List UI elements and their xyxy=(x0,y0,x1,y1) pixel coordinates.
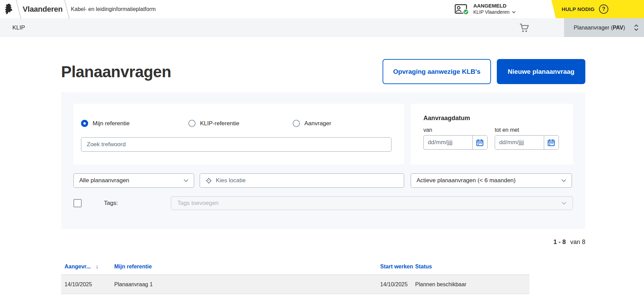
type-filter-value: Alle planaanvragen xyxy=(79,177,129,184)
main-header: Vlaanderen Kabel- en leidinginformatiepl… xyxy=(0,0,644,18)
site-link[interactable]: KLIP xyxy=(0,24,25,31)
date-to-field xyxy=(495,135,559,150)
question-mark-icon: ? xyxy=(599,4,608,14)
planaanvragen-table: Aangevr... ↓ Mijn referentie Start werke… xyxy=(61,259,529,294)
account-name: KLIP Vlaanderen xyxy=(473,9,510,15)
radio-mijn-referentie[interactable]: Mijn referentie xyxy=(81,120,188,127)
radio-label: Mijn referentie xyxy=(93,120,130,127)
vlaanderen-lion-logo[interactable] xyxy=(3,4,14,15)
column-header-aangevraagd[interactable]: Aangevr... ↓ xyxy=(65,263,114,270)
filter-cards: Mijn referentie KLIP-referentie Aanvrage… xyxy=(73,104,573,164)
sort-descending-icon: ↓ xyxy=(95,263,98,270)
period-filter-value: Actieve planaanvragen (< 6 maanden) xyxy=(417,177,516,184)
radio-icon xyxy=(188,120,196,127)
role-selector[interactable]: Planaanvrager (PAV) xyxy=(564,18,644,37)
radio-selected-icon xyxy=(81,120,88,127)
cell-status: Plannen beschikbaar xyxy=(415,281,529,288)
date-filter-card: Aanvraagdatum van xyxy=(411,104,573,164)
chevron-down-icon xyxy=(184,179,188,182)
date-filter-title: Aanvraagdatum xyxy=(423,115,560,122)
page-title: Planaanvragen xyxy=(61,62,171,81)
type-filter-select[interactable]: Alle planaanvragen xyxy=(73,173,194,188)
pagination: 1 - 8 van 8 xyxy=(61,239,585,246)
account-badge-icon xyxy=(455,3,469,15)
tags-label: Tags: xyxy=(82,200,171,207)
lion-icon xyxy=(3,4,13,15)
sub-header: KLIP Planaanvrager (PAV) xyxy=(0,18,644,37)
brand-name[interactable]: Vlaanderen xyxy=(23,5,63,14)
pagination-range: 1 - 8 xyxy=(553,239,566,245)
cell-start-werken: 14/10/2025 xyxy=(380,281,415,288)
brand-area: Vlaanderen Kabel- en leidinginformatiepl… xyxy=(0,0,156,18)
cart-icon[interactable] xyxy=(519,23,530,33)
query-klb-button[interactable]: Opvraging aanwezige KLB's xyxy=(383,59,491,84)
tags-input[interactable]: Tags toevoegen xyxy=(171,196,573,210)
column-header-status[interactable]: Status xyxy=(415,264,529,270)
diagonal-divider xyxy=(16,0,21,19)
location-placeholder: Kies locatie xyxy=(216,177,246,184)
column-header-mijn-referentie[interactable]: Mijn referentie xyxy=(114,264,380,270)
page-header: Planaanvragen Opvraging aanwezige KLB's … xyxy=(61,59,585,84)
date-from-input[interactable] xyxy=(424,136,472,149)
tags-filter-row: Tags: Tags toevoegen xyxy=(73,196,573,210)
chevron-down-icon xyxy=(512,11,516,13)
diagonal-divider xyxy=(64,0,70,19)
filter-panel: Mijn referentie KLIP-referentie Aanvrage… xyxy=(61,92,585,229)
account-menu[interactable]: AANGEMELD KLIP Vlaanderen xyxy=(455,3,516,15)
radio-aanvrager[interactable]: Aanvrager xyxy=(293,120,331,127)
pagination-total: van 8 xyxy=(570,239,585,245)
search-card: Mijn referentie KLIP-referentie Aanvrage… xyxy=(73,104,404,164)
date-from-field xyxy=(423,135,488,150)
radio-label: KLIP-referentie xyxy=(200,120,239,127)
account-text: AANGEMELD KLIP Vlaanderen xyxy=(473,3,516,15)
main-content: Planaanvragen Opvraging aanwezige KLB's … xyxy=(61,59,585,294)
up-down-chevron-icon xyxy=(634,24,639,31)
help-label: HULP NODIG xyxy=(562,6,595,12)
date-to-label: tot en met xyxy=(495,127,559,133)
help-button[interactable]: HULP NODIG ? xyxy=(551,0,644,18)
filter-selects-row: Alle planaanvragen Kies locatie Actieve … xyxy=(73,173,573,188)
header-right: AANGEMELD KLIP Vlaanderen HULP NODIG ? xyxy=(455,0,644,18)
tags-placeholder: Tags toevoegen xyxy=(177,200,219,207)
calendar-icon[interactable] xyxy=(544,136,559,149)
cell-aangevraagd: 14/10/2025 xyxy=(65,281,114,288)
table-header-row: Aangevr... ↓ Mijn referentie Start werke… xyxy=(61,259,529,275)
sub-header-right: Planaanvrager (PAV) xyxy=(519,18,644,37)
chevron-down-icon xyxy=(561,179,566,182)
calendar-icon[interactable] xyxy=(472,136,487,149)
chevron-down-icon xyxy=(562,202,566,205)
app-title: Kabel- en leidinginformatieplatform xyxy=(71,6,156,12)
date-inputs-row: van xyxy=(423,127,560,150)
date-to-input[interactable] xyxy=(495,136,544,149)
column-header-start-werken[interactable]: Start werken xyxy=(380,264,415,270)
login-status: AANGEMELD xyxy=(473,3,516,9)
search-type-radios: Mijn referentie KLIP-referentie Aanvrage… xyxy=(81,120,397,127)
new-planaanvraag-button[interactable]: Nieuwe planaanvraag xyxy=(497,59,585,84)
table-row[interactable]: 14/10/2025 Planaanvraag 1 14/10/2025 Pla… xyxy=(61,275,529,294)
radio-klip-referentie[interactable]: KLIP-referentie xyxy=(188,120,293,127)
cell-mijn-referentie: Planaanvraag 1 xyxy=(114,281,380,288)
radio-label: Aanvrager xyxy=(304,120,331,127)
period-filter-select[interactable]: Actieve planaanvragen (< 6 maanden) xyxy=(411,173,572,188)
tags-checkbox[interactable] xyxy=(73,199,82,207)
keyword-search-input[interactable] xyxy=(81,137,391,152)
location-target-icon xyxy=(206,177,212,184)
location-picker[interactable]: Kies locatie xyxy=(200,173,404,188)
role-label: Planaanvrager (PAV) xyxy=(574,25,625,31)
radio-icon xyxy=(293,120,300,127)
page-actions: Opvraging aanwezige KLB's Nieuwe planaan… xyxy=(383,59,585,84)
date-from-label: van xyxy=(423,127,488,133)
